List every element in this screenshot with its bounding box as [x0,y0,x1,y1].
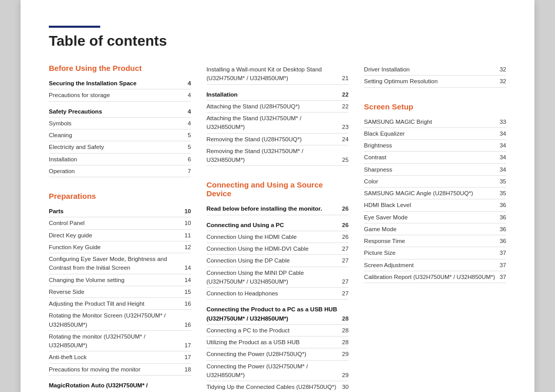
toc-label: Connection Using the HDMI-DVI Cable [207,245,342,253]
toc-row: Contrast34 [364,152,506,163]
toc-label: Picture Size [364,249,499,257]
toc-row: Precautions for moving the monitor18 [49,364,191,376]
toc-label: Safety Precautions [49,107,188,116]
toc-label: Connection Using the HDMI Cable [207,233,342,241]
toc-label: Configuring Eye Saver Mode, Brightness a… [49,255,184,273]
toc-page-number: 24 [342,135,349,144]
toc-row: Connection Using the HDMI-DVI Cable27 [207,243,349,255]
toc-label: Installation [49,155,188,164]
toc-label: Parts [49,207,184,216]
section-heading-connecting: Connecting and Using a Source Device [207,180,349,198]
toc-label: Black Equalizer [364,129,499,138]
toc-page-number: 6 [188,155,191,164]
toc-row: Attaching the Stand (U28H750UQ*)22 [207,101,349,113]
toc-label: Securing the Installation Space [49,79,188,88]
toc-label: Control Panel [49,219,184,228]
toc-label: Attaching the Stand (U28H750UQ*) [207,102,342,111]
toc-row: HDMI Black Level36 [364,199,506,211]
toc-row: Connecting and Using a PC26 [207,219,349,231]
toc-page-number: 23 [342,123,349,132]
toc-page-number: 14 [184,264,191,272]
toc-page-number: 10 [184,219,191,228]
toc-label: Tidying Up the Connected Cables (U28H750… [207,383,342,391]
toc-row: Read below before installing the monitor… [207,203,349,215]
toc-page-number: 12 [184,243,191,252]
toc-row: Parts10 [49,206,191,217]
col2-section-rows: Read below before installing the monitor… [207,203,349,392]
toc-page-number: 4 [188,79,191,88]
toc-row: Removing the Stand (U32H750UM* / U32H850… [207,145,349,166]
toc-page-number: 34 [499,141,506,150]
toc-row: Attaching the Stand (U32H750UM* / U32H85… [207,113,349,134]
toc-page-number: 18 [184,365,191,374]
toc-page-number: 36 [499,225,506,234]
toc-label: Connecting the Product to a PC as a USB … [207,305,342,323]
toc-row: Function Key Guide12 [49,241,191,253]
toc-page-number: 19 [184,390,191,392]
toc-label: MagicRotation Auto (U32H750UM* / U32H850… [49,381,184,392]
toc-row: Securing the Installation Space4 [49,78,191,89]
toc-label: Connection Using the MINI DP Cable (U32H… [207,269,342,287]
toc-page-number: 34 [499,129,506,138]
toc-row: Adjusting the Product Tilt and Height16 [49,298,191,310]
toc-page-number: 29 [342,371,349,380]
toc-page-number: 22 [342,90,349,99]
toc-label: SAMSUNG MAGIC Angle (U28H750UQ*) [364,189,499,198]
toc-page-number: 21 [342,74,349,83]
toc-page-number: 36 [499,237,506,246]
toc-page-number: 28 [342,314,349,323]
toc-label: Color [364,177,499,186]
toc-page-number: 5 [188,131,191,140]
toc-row: Reverse Side15 [49,286,191,298]
toc-label: Symbols [49,119,188,128]
toc-label: Precautions for storage [49,91,188,100]
toc-row: Picture Size37 [364,247,506,259]
column-3: Driver Installation32Setting Optimum Res… [364,64,506,392]
columns-container: Before Using the Product Securing the In… [49,64,506,392]
toc-row: Anti-theft Lock17 [49,351,191,363]
toc-label: Rotating the Monitor Screen (U32H750UM* … [49,311,184,329]
toc-label: Setting Optimum Resolution [364,77,499,86]
toc-page-number: 27 [342,277,349,286]
toc-label: Adjusting the Product Tilt and Height [49,300,184,308]
toc-label: Connecting and Using a PC [207,221,342,230]
toc-row: Screen Adjustment37 [364,259,506,271]
toc-page-number: 32 [499,65,506,74]
toc-page-number: 7 [188,167,191,176]
toc-label: Connection to Headphones [207,289,342,298]
toc-page-number: 10 [184,207,191,216]
toc-page-number: 37 [499,273,506,282]
toc-label: Removing the Stand (U28H750UQ*) [207,135,342,144]
section-heading-before-using: Before Using the Product [49,64,191,72]
toc-label: Removing the Stand (U32H750UM* / U32H850… [207,147,342,165]
toc-label: Attaching the Stand (U32H750UM* / U32H85… [207,114,342,132]
toc-page-number: 26 [342,221,349,230]
toc-row: Connecting the Product to a PC as a USB … [207,304,349,325]
toc-row: Connecting a PC to the Product28 [207,325,349,337]
toc-spacer [49,102,191,106]
toc-label: Electricity and Safety [49,143,188,152]
toc-label: Game Mode [364,225,499,234]
toc-page-number: 33 [499,118,506,126]
toc-row: Installing a Wall-mount Kit or Desktop S… [207,64,349,85]
toc-label: Sharpness [364,165,499,174]
toc-page-number: 26 [342,233,349,241]
toc-label: SAMSUNG MAGIC Bright [364,118,499,126]
toc-spacer [49,376,191,380]
toc-row: Connecting the Power (U28H750UQ*)29 [207,348,349,360]
toc-page-number: 22 [342,102,349,111]
toc-label: Response Time [364,237,499,246]
page: Table of contents Before Using the Produ… [21,0,534,392]
toc-page-number: 27 [342,245,349,253]
toc-label: Installing a Wall-mount Kit or Desktop S… [207,65,342,83]
toc-label: Changing the Volume setting [49,276,184,285]
toc-row: Cleaning5 [49,129,191,141]
toc-label: Operation [49,167,188,176]
toc-row: MagicRotation Auto (U32H750UM* / U32H850… [49,380,191,392]
toc-page-number: 30 [342,383,349,391]
toc-page-number: 37 [499,261,506,270]
toc-row: Operation7 [49,165,191,177]
toc-label: Calibration Report (U32H750UM* / U32H850… [364,273,499,282]
toc-page-number: 14 [184,276,191,285]
toc-label: Function Key Guide [49,243,184,252]
